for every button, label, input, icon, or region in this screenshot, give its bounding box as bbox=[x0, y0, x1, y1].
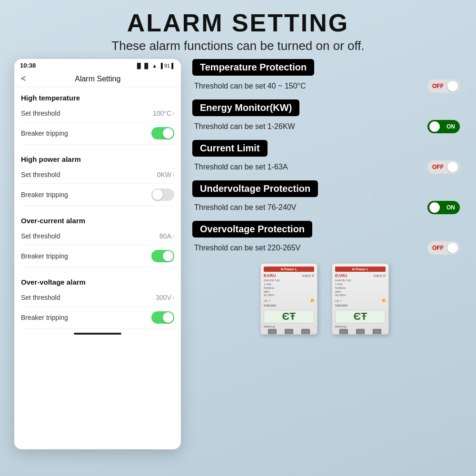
device-ce-wifi: CE ✓📶 bbox=[264, 299, 314, 302]
setting-label-breaker-current: Breaker tripping bbox=[21, 252, 68, 260]
setting-label-threshold-temp: Set threshold bbox=[21, 109, 60, 117]
setting-row-threshold-current[interactable]: Set threshold 80A › bbox=[21, 228, 174, 245]
feature-desc-row-current: Threshold can be set 1-63A OFF bbox=[192, 159, 462, 176]
toggle-undervoltage[interactable]: ON bbox=[427, 201, 460, 214]
nav-bar: < Alarm Setting bbox=[14, 71, 181, 87]
toggle-breaker-power[interactable] bbox=[151, 188, 174, 201]
device-terminals-1 bbox=[264, 329, 314, 335]
feature-title-energy: Energy Monitor(KW) bbox=[192, 99, 299, 116]
toggle-knob-energy bbox=[429, 121, 440, 132]
main-title: ALARM SETTING bbox=[14, 10, 462, 37]
setting-value-threshold-voltage: 300V › bbox=[156, 294, 174, 301]
feature-desc-temp: Threshold can be set 40 ~ 150°C bbox=[194, 82, 306, 90]
device-display-char-2: ЄŦ bbox=[353, 310, 367, 323]
device-body-1: N Power L EARU KW/S R EAKCB-T-M1-63A50/6… bbox=[260, 263, 317, 335]
device-kw-r: KW/S R bbox=[302, 274, 314, 278]
toggle-label-temp: OFF bbox=[432, 83, 444, 89]
feature-title-temp: Temperature Protection bbox=[192, 59, 314, 76]
device-metering: Metering bbox=[264, 325, 314, 328]
device-image-2: N Power L EARU KW/S R EAKCB-T-M1-63A50/6… bbox=[332, 263, 394, 339]
status-bar: 10:38 ▐▌▐▌ ▲ ▐ 91 ▌ bbox=[14, 59, 181, 71]
section-header-high-power: High power alarm bbox=[21, 149, 174, 166]
toggle-breaker-voltage[interactable] bbox=[151, 311, 174, 324]
chevron-icon: › bbox=[172, 110, 174, 117]
toggle-energy-monitor[interactable]: ON bbox=[427, 120, 460, 133]
toggle-label-undervoltage: ON bbox=[446, 204, 455, 211]
setting-row-breaker-voltage: Breaker tripping bbox=[21, 307, 174, 329]
terminal-load-2 bbox=[356, 329, 365, 335]
device-info-1: EAKCB-T-M1-63A50/60HzWIFI50-300V bbox=[264, 279, 314, 298]
setting-label-breaker-power: Breaker tripping bbox=[21, 191, 68, 198]
toggle-breaker-temp[interactable] bbox=[151, 127, 174, 139]
terminal-n-2 bbox=[339, 329, 348, 335]
signal-icon: ▐▌▐▌ bbox=[135, 63, 150, 69]
chevron-icon-2: › bbox=[172, 171, 174, 178]
toggle-knob-temp bbox=[447, 81, 458, 91]
feature-desc-overvoltage: Threshold can be set 220-265V bbox=[194, 244, 300, 252]
wifi-icon: ▲ bbox=[152, 63, 157, 69]
setting-value-threshold-power: 0KW › bbox=[157, 171, 174, 178]
feature-desc-row-energy: Threshold can be set 1-26KW ON bbox=[192, 118, 462, 135]
toggle-knob bbox=[163, 128, 173, 139]
page-wrapper: ALARM SETTING These alarm functions can … bbox=[0, 0, 476, 476]
phone-mockup: 10:38 ▐▌▐▌ ▲ ▐ 91 ▌ < Alarm Setting High… bbox=[14, 59, 181, 449]
battery-icon: ▐ 91 ▌ bbox=[159, 63, 175, 69]
status-time: 10:38 bbox=[20, 62, 36, 69]
feature-current-limit: Current Limit Threshold can be set 1-63A… bbox=[192, 140, 462, 176]
setting-row-breaker-power: Breaker tripping bbox=[21, 184, 174, 206]
section-header-over-voltage: Over-voltage alarm bbox=[21, 271, 174, 289]
header: ALARM SETTING These alarm functions can … bbox=[14, 10, 462, 53]
back-button[interactable]: < bbox=[21, 74, 26, 84]
feature-undervoltage: Undervoltage Protection Threshold can be… bbox=[192, 180, 462, 216]
device-top-label-2: N Power L bbox=[335, 267, 386, 272]
setting-value-threshold-current: 80A › bbox=[159, 232, 174, 240]
setting-label-breaker-temp: Breaker tripping bbox=[21, 129, 68, 137]
chevron-icon-4: › bbox=[172, 294, 174, 301]
device-body-2: N Power L EARU KW/S R EAKCB-T-M1-63A50/6… bbox=[332, 263, 389, 335]
device-display-2: ЄŦ bbox=[335, 310, 386, 323]
terminal-l-2 bbox=[373, 329, 381, 335]
status-icons: ▐▌▐▌ ▲ ▐ 91 ▌ bbox=[135, 63, 175, 69]
device-brand-1: EARU bbox=[264, 273, 276, 278]
feature-desc-undervoltage: Threshold can be set 76-240V bbox=[194, 203, 296, 212]
chevron-icon-3: › bbox=[172, 233, 174, 239]
feature-desc-row-temp: Threshold can be set 40 ~ 150°C OFF bbox=[192, 78, 462, 95]
toggle-knob-overvoltage bbox=[447, 243, 458, 253]
device-display-char-1: ЄŦ bbox=[282, 310, 296, 323]
devices-area: N Power L EARU KW/S R EAKCB-T-M1-63A50/6… bbox=[192, 263, 462, 339]
toggle-knob-undervoltage bbox=[429, 202, 440, 213]
setting-row-threshold-temp[interactable]: Set threshold 100°C › bbox=[21, 105, 174, 122]
setting-row-breaker-current: Breaker tripping bbox=[21, 245, 174, 268]
setting-row-threshold-power[interactable]: Set threshold 0KW › bbox=[21, 166, 174, 184]
setting-row-threshold-voltage[interactable]: Set threshold 300V › bbox=[21, 289, 174, 307]
feature-title-current: Current Limit bbox=[192, 140, 268, 157]
section-over-current: Over-current alarm Set threshold 80A › B… bbox=[21, 210, 174, 268]
toggle-overvoltage[interactable]: OFF bbox=[427, 241, 460, 255]
section-header-high-temp: High temperature bbox=[21, 87, 174, 105]
device-display-1: ЄŦ bbox=[264, 310, 314, 323]
feature-overvoltage: Overvoltage Protection Threshold can be … bbox=[192, 221, 462, 257]
device-image-1: N Power L EARU KW/S R EAKCB-T-M1-63A50/6… bbox=[260, 263, 322, 339]
feature-desc-energy: Threshold can be set 1-26KW bbox=[194, 122, 295, 131]
section-high-power: High power alarm Set threshold 0KW › Bre… bbox=[21, 149, 174, 206]
device-terminals-2 bbox=[335, 329, 386, 335]
setting-label-threshold-power: Set threshold bbox=[21, 171, 60, 178]
device-ce-wifi-2: CE ✓📶 bbox=[335, 299, 386, 302]
section-high-temperature: High temperature Set threshold 100°C › B… bbox=[21, 87, 174, 145]
feature-energy-monitor: Energy Monitor(KW) Threshold can be set … bbox=[192, 99, 462, 135]
setting-label-breaker-voltage: Breaker tripping bbox=[21, 314, 68, 321]
device-indicator: Indicator bbox=[264, 304, 314, 307]
setting-row-breaker-temp: Breaker tripping bbox=[21, 122, 174, 145]
toggle-breaker-current[interactable] bbox=[151, 250, 174, 262]
right-panel: Temperature Protection Threshold can be … bbox=[192, 59, 462, 449]
toggle-knob-4 bbox=[163, 312, 173, 323]
toggle-label-energy: ON bbox=[446, 123, 455, 130]
toggle-temp-protection[interactable]: OFF bbox=[427, 79, 460, 93]
device-brand-2: EARU bbox=[335, 273, 347, 278]
setting-value-threshold-temp: 100°C › bbox=[153, 109, 174, 117]
feature-desc-current: Threshold can be set 1-63A bbox=[194, 163, 288, 171]
toggle-current-limit[interactable]: OFF bbox=[427, 160, 460, 174]
section-header-over-current: Over-current alarm bbox=[21, 210, 174, 228]
feature-title-undervoltage: Undervoltage Protection bbox=[192, 180, 318, 197]
feature-desc-row-overvoltage: Threshold can be set 220-265V OFF bbox=[192, 239, 462, 257]
